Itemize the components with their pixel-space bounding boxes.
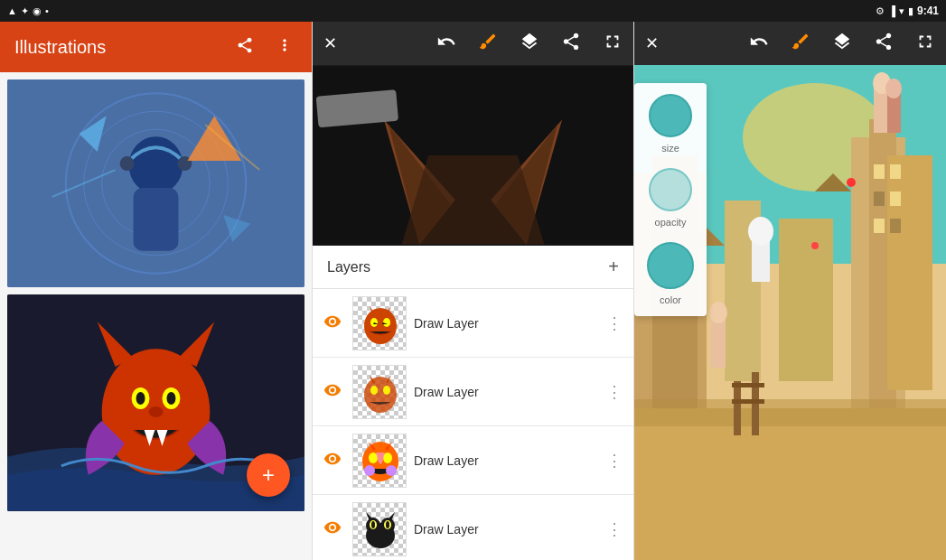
svg-rect-75 xyxy=(732,399,764,404)
layer-more-3[interactable]: ⋮ xyxy=(603,447,626,474)
svg-marker-38 xyxy=(366,512,373,521)
wifi-status-icon: ▾ xyxy=(899,5,904,17)
svg-point-4 xyxy=(129,136,183,194)
layer-item-3[interactable]: Draw Layer ⋮ xyxy=(313,426,633,495)
right-close-icon[interactable]: ✕ xyxy=(642,30,662,57)
svg-rect-53 xyxy=(779,219,833,381)
layer-item-1[interactable]: Draw Layer ⋮ xyxy=(313,289,633,358)
svg-marker-39 xyxy=(388,512,395,521)
svg-rect-68 xyxy=(634,408,946,560)
left-panel: Illustrations xyxy=(0,22,312,560)
svg-rect-49 xyxy=(887,155,932,390)
svg-rect-56 xyxy=(874,191,885,206)
svg-point-6 xyxy=(120,156,135,171)
main-layout: Illustrations xyxy=(0,22,946,560)
wifi-icon: ▲ xyxy=(7,5,17,16)
add-fab-button[interactable]: + xyxy=(247,453,290,497)
svg-point-19 xyxy=(149,406,164,417)
close-icon[interactable]: ✕ xyxy=(320,30,341,57)
color-label: color xyxy=(660,294,681,305)
status-bar-right: ⚙ ▐ ▾ ▮ 9:41 xyxy=(876,5,939,17)
svg-point-65 xyxy=(748,217,773,246)
brush-icon[interactable] xyxy=(474,28,501,60)
gallery-item-2[interactable]: + xyxy=(7,294,304,511)
svg-point-18 xyxy=(166,392,175,405)
svg-point-29 xyxy=(383,386,390,395)
svg-rect-74 xyxy=(732,383,764,387)
illustration-blue xyxy=(7,79,304,287)
layer-item-2[interactable]: Draw Layer ⋮ xyxy=(313,358,633,426)
size-circle[interactable] xyxy=(649,94,692,137)
svg-point-43 xyxy=(386,521,389,528)
svg-point-42 xyxy=(371,521,375,528)
gallery-grid: + xyxy=(0,72,312,560)
svg-point-71 xyxy=(709,302,727,323)
battery-icon: ▮ xyxy=(908,5,913,17)
svg-rect-69 xyxy=(634,399,946,426)
more-button[interactable] xyxy=(272,33,297,62)
layer-item-4[interactable]: Draw Layer ⋮ xyxy=(313,495,633,560)
signal-bars-icon: ▐ xyxy=(888,5,895,16)
right-panel: ✕ xyxy=(634,22,946,560)
header-actions xyxy=(232,33,297,62)
svg-point-34 xyxy=(386,465,397,476)
layer-visibility-2[interactable] xyxy=(320,378,345,406)
layers-add-button[interactable]: + xyxy=(608,257,619,277)
status-bar-left: ▲ ✦ ◉ • xyxy=(7,5,49,17)
svg-point-26 xyxy=(383,318,390,327)
signal-dot-icon: • xyxy=(45,5,49,16)
share-button[interactable] xyxy=(232,33,258,62)
right-brush-icon[interactable] xyxy=(787,28,814,60)
size-label: size xyxy=(661,143,679,154)
layer-thumb-1 xyxy=(352,296,407,350)
right-fullscreen-icon[interactable] xyxy=(912,28,939,60)
svg-point-33 xyxy=(364,465,375,476)
right-toolbar-center xyxy=(745,28,939,60)
share-icon[interactable] xyxy=(557,28,585,60)
bluetooth-icon: ✦ xyxy=(21,5,29,17)
layer-more-2[interactable]: ⋮ xyxy=(603,378,626,406)
layer-more-4[interactable]: ⋮ xyxy=(603,516,626,543)
svg-rect-70 xyxy=(711,318,726,368)
layer-name-2: Draw Layer xyxy=(414,385,595,399)
svg-point-63 xyxy=(885,79,902,98)
layer-visibility-3[interactable] xyxy=(320,446,345,475)
layer-thumb-2 xyxy=(352,365,407,419)
layers-icon[interactable] xyxy=(516,28,543,60)
right-undo-icon[interactable] xyxy=(745,28,773,60)
status-time: 9:41 xyxy=(917,5,939,17)
svg-point-28 xyxy=(370,386,378,395)
gallery-item-1[interactable] xyxy=(7,79,304,287)
middle-panel: ✕ xyxy=(312,22,634,560)
canvas-area[interactable] xyxy=(313,65,633,246)
opacity-circle[interactable] xyxy=(649,168,692,211)
right-toolbar-left: ✕ xyxy=(642,30,662,57)
svg-rect-57 xyxy=(890,191,901,206)
svg-rect-58 xyxy=(874,219,885,233)
left-header: Illustrations xyxy=(0,22,312,72)
toolbar-left: ✕ xyxy=(320,30,341,57)
layers-title: Layers xyxy=(327,259,370,275)
layer-thumb-3 xyxy=(352,434,407,488)
fullscreen-icon[interactable] xyxy=(599,28,626,60)
svg-rect-55 xyxy=(890,164,901,179)
layer-more-1[interactable]: ⋮ xyxy=(603,310,626,337)
layer-visibility-4[interactable] xyxy=(320,515,345,544)
layers-header: Layers + xyxy=(313,246,633,289)
right-layers-icon[interactable] xyxy=(829,28,856,60)
status-bar: ▲ ✦ ◉ • ⚙ ▐ ▾ ▮ 9:41 xyxy=(0,0,946,22)
layer-name-4: Draw Layer xyxy=(414,522,595,537)
svg-point-67 xyxy=(811,242,819,249)
middle-toolbar: ✕ xyxy=(313,22,633,65)
toolbar-center xyxy=(433,28,626,60)
right-share-icon[interactable] xyxy=(870,28,897,60)
layer-visibility-1[interactable] xyxy=(320,309,345,338)
color-circle[interactable] xyxy=(647,242,694,289)
right-canvas[interactable]: size opacity color xyxy=(634,65,946,560)
opacity-label: opacity xyxy=(655,217,687,228)
svg-point-27 xyxy=(364,377,397,413)
svg-rect-72 xyxy=(734,381,741,435)
layer-name-1: Draw Layer xyxy=(414,316,595,331)
svg-point-24 xyxy=(364,308,397,344)
undo-icon[interactable] xyxy=(433,28,460,60)
